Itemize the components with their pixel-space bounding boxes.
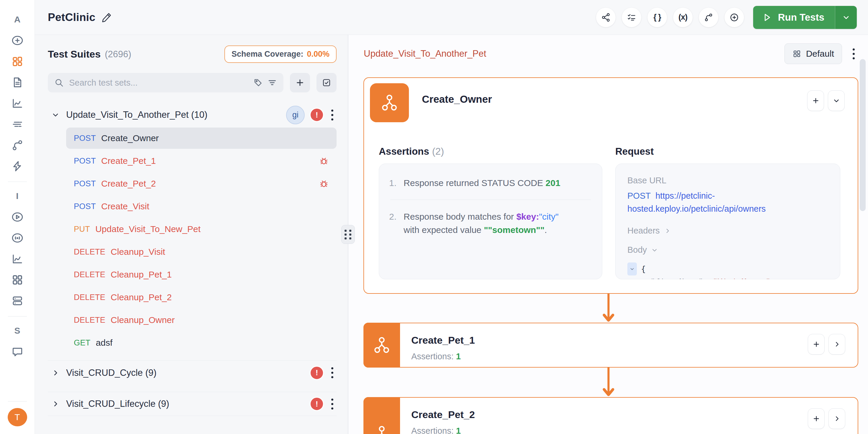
node-collapse-button[interactable]: [828, 90, 845, 111]
git-badge: gi: [286, 106, 305, 124]
flow-node-create-pet-2[interactable]: Create_Pet_2 Assertions: 1: [364, 397, 858, 434]
base-url-label: Base URL: [627, 176, 828, 185]
filter-icon[interactable]: [268, 78, 277, 87]
apps-grid-icon[interactable]: [11, 273, 24, 287]
dashboard-icon[interactable]: [11, 55, 24, 68]
user-avatar[interactable]: T: [8, 408, 27, 426]
status-code-value: 201: [546, 178, 560, 188]
suite-group-update-visit[interactable]: Update_Visit_To_Another_Pet (10) gi !: [48, 104, 337, 126]
node-add-button[interactable]: [808, 408, 825, 429]
flow-canvas: Update_Visit_To_Another_Pet Default Crea…: [348, 35, 868, 434]
view-default-button[interactable]: Default: [784, 43, 842, 64]
flow-node-create-owner[interactable]: Create_Owner Assertions(2) 1.: [364, 78, 858, 294]
run-tests-dropdown[interactable]: [835, 6, 857, 29]
test-item[interactable]: POST Create_Pet_1: [66, 150, 337, 172]
schema-coverage-label: Schema Coverage:: [231, 50, 303, 59]
search-icon: [54, 78, 64, 87]
share-button[interactable]: [596, 8, 616, 27]
assertions-card: 1. Response returned STATUS CODE 201 2. …: [379, 163, 602, 279]
bug-icon: [319, 156, 329, 166]
section-initial-s: S: [14, 324, 20, 337]
schema-coverage-badge: Schema Coverage: 0.00%: [224, 45, 337, 63]
branch-icon[interactable]: [11, 138, 24, 152]
json-line: "firstName": "VisitMover",: [627, 275, 828, 279]
flow-title: Update_Visit_To_Another_Pet: [364, 49, 486, 59]
add-circle-button[interactable]: [724, 8, 744, 27]
no-variables-glyph: (x): [678, 13, 687, 22]
layout-grid-icon: [793, 49, 801, 58]
rail-divider: [8, 316, 27, 316]
node-expand-button[interactable]: [829, 334, 845, 354]
node-assertions-summary: Assertions: 1: [411, 352, 461, 361]
assertion-field: "city": [539, 212, 559, 221]
suite-menu-icon[interactable]: [329, 366, 335, 379]
test-item[interactable]: DELETE Cleanup_Pet_2: [66, 287, 337, 308]
flow-connector-arrow: [602, 294, 615, 323]
node-add-button[interactable]: [808, 334, 825, 354]
suite-menu-icon[interactable]: [329, 108, 335, 122]
run-tests-button[interactable]: Run Tests: [753, 6, 857, 29]
test-suites-panel: Test Suites (2696) Schema Coverage: 0.00…: [35, 35, 348, 434]
workspace-initial: A: [14, 13, 21, 26]
request-body-json: { "firstName": "VisitMover", "lastName":…: [627, 262, 828, 279]
node-title: Create_Owner: [422, 93, 492, 105]
test-item[interactable]: POST Create_Owner: [66, 128, 337, 149]
run-tests-main[interactable]: Run Tests: [753, 6, 835, 29]
test-item[interactable]: GET adsf: [66, 332, 337, 353]
play-circle-icon[interactable]: [11, 210, 24, 224]
search-input[interactable]: [69, 78, 249, 88]
braces-button[interactable]: { }: [647, 8, 667, 27]
add-icon[interactable]: [11, 34, 24, 47]
assertions-count: (2): [432, 146, 444, 157]
node-type-icon: [364, 397, 400, 434]
suite-group-name: Visit_CRUD_Lifecycle (9): [66, 399, 169, 409]
suite-group-visit-crud-cycle[interactable]: Visit_CRUD_Cycle (9) !: [48, 361, 337, 385]
tag-filter-icon[interactable]: [253, 78, 263, 87]
git-branch-button[interactable]: [699, 8, 718, 27]
test-item[interactable]: DELETE Cleanup_Owner: [66, 309, 337, 331]
project-title: PetClinic: [48, 11, 95, 24]
headers-toggle[interactable]: Headers: [627, 226, 828, 236]
body-toggle[interactable]: Body: [627, 245, 828, 255]
chevron-down-icon: [51, 111, 60, 119]
test-item[interactable]: PUT Update_Visit_To_New_Pet: [66, 218, 337, 240]
server-icon[interactable]: [11, 294, 24, 308]
flow-node-create-pet-1[interactable]: Create_Pet_1 Assertions: 1: [364, 323, 858, 368]
checklist-button[interactable]: [622, 8, 641, 27]
request-heading: Request: [615, 146, 840, 157]
test-item[interactable]: POST Create_Visit: [66, 196, 337, 217]
reports-chart-icon[interactable]: [11, 252, 24, 266]
run-tests-label: Run Tests: [778, 12, 824, 23]
test-item[interactable]: DELETE Cleanup_Visit: [66, 241, 337, 262]
assertion-item-2: 2. Response body matches for $key:"city"…: [389, 210, 592, 237]
record-icon[interactable]: [11, 231, 24, 245]
flow-menu-icon[interactable]: [850, 47, 857, 61]
suite-group-name: Visit_CRUD_Cycle (9): [66, 368, 156, 378]
panel-title: Test Suites: [48, 49, 101, 60]
vertical-scrollbar[interactable]: [860, 59, 866, 211]
braces-glyph: { }: [653, 13, 661, 22]
request-method: POST: [627, 191, 651, 200]
request-card: Base URL POSThttps://petclinic-hosted.ke…: [615, 163, 840, 279]
lightning-icon[interactable]: [11, 159, 24, 173]
node-expand-button[interactable]: [829, 408, 845, 429]
alert-badge: !: [310, 366, 324, 380]
json-collapse-icon[interactable]: [627, 262, 637, 275]
document-icon[interactable]: [11, 75, 24, 89]
no-variables-button[interactable]: (x): [673, 8, 693, 27]
schema-coverage-value: 0.00%: [307, 50, 330, 59]
suite-menu-icon[interactable]: [329, 397, 335, 411]
line-chart-icon[interactable]: [11, 97, 24, 110]
test-item[interactable]: POST Create_Pet_2: [66, 173, 337, 194]
bug-icon: [319, 179, 329, 189]
chat-icon[interactable]: [11, 345, 24, 359]
select-tests-button[interactable]: [316, 73, 337, 92]
chevron-right-icon: [51, 369, 60, 377]
edit-title-icon[interactable]: [101, 12, 112, 23]
suite-group-visit-crud-lifecycle[interactable]: Visit_CRUD_Lifecycle (9) !: [48, 392, 337, 416]
panel-resize-handle[interactable]: [341, 225, 355, 244]
test-item[interactable]: DELETE Cleanup_Pet_1: [66, 264, 337, 285]
node-add-button[interactable]: [807, 90, 824, 111]
add-test-suite-button[interactable]: [290, 73, 310, 92]
logs-icon[interactable]: [11, 118, 24, 131]
